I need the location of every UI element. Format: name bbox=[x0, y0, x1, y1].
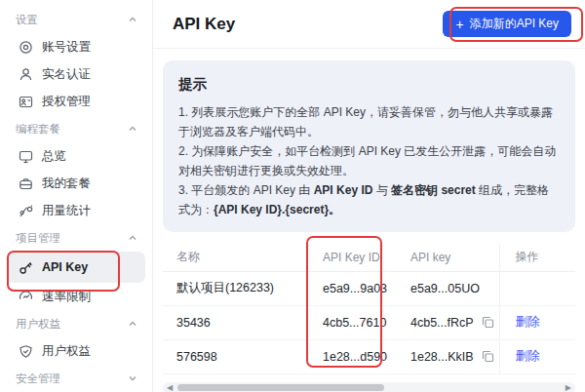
sidebar-item-user-benefits[interactable]: 用户权益 bbox=[0, 337, 152, 365]
horizontal-scrollbar[interactable]: ◀ ▶ bbox=[163, 382, 575, 392]
chevron-down-icon bbox=[128, 373, 137, 383]
tips-line-3: 3. 平台颁发的 API Key 由 API Key ID 与 签名密钥 sec… bbox=[178, 180, 560, 219]
api-key-table: 名称 API Key ID API key 操作 默认项目(126233) e5… bbox=[163, 244, 575, 374]
cell-api-key: 4cb5...fRcP bbox=[397, 305, 499, 339]
scroll-left-arrow-icon[interactable]: ◀ bbox=[167, 384, 173, 392]
page-title: API Key bbox=[173, 15, 235, 34]
content-area: 提示 1. 列表展示您账户下的全部 API Key，请妥善保管，勿与他人共享或暴… bbox=[153, 49, 585, 392]
sidebar-item-label: API Key bbox=[42, 260, 88, 274]
cell-action: 删除 bbox=[499, 305, 575, 339]
cell-name: 默认项目(126233) bbox=[163, 271, 309, 305]
table-row: 35436 4cb5...7610 4cb5...fRcP 删除 bbox=[163, 305, 575, 339]
scroll-right-arrow-icon[interactable]: ▶ bbox=[566, 384, 571, 392]
sidebar-item-label: 速率限制 bbox=[42, 289, 91, 305]
chevron-up-icon bbox=[128, 319, 137, 329]
cell-api-key-id: 1e28...d590 bbox=[309, 339, 397, 373]
table-row: 默认项目(126233) e5a9...9a03 e5a9...05UO bbox=[163, 271, 575, 305]
chevron-up-icon bbox=[128, 124, 137, 134]
main-panel: API Key + 添加新的API Key 提示 1. 列表展示您账户下的全部 … bbox=[153, 0, 585, 392]
add-api-key-button-label: 添加新的API Key bbox=[470, 16, 559, 32]
gauge-icon bbox=[19, 290, 33, 304]
sidebar-item-label: 用户权益 bbox=[42, 343, 91, 360]
usage-stats-icon bbox=[19, 204, 33, 218]
cell-api-key-id: e5a9...9a03 bbox=[309, 271, 397, 305]
sidebar-item-authorization-mgmt[interactable]: 授权管理 bbox=[0, 88, 152, 115]
sidebar-section-user-benefits[interactable]: 用户权益 bbox=[0, 310, 152, 337]
sidebar-item-label: 总览 bbox=[42, 148, 66, 165]
copy-icon[interactable] bbox=[482, 350, 494, 363]
sidebar-item-account-settings[interactable]: 账号设置 bbox=[0, 33, 152, 60]
monitor-icon bbox=[19, 149, 33, 164]
cell-api-key: e5a9...05UO bbox=[397, 271, 499, 305]
sidebar-item-label: 授权管理 bbox=[42, 94, 91, 110]
api-key-console-page: 设置 账号设置 实名认证 授权管理 编程套餐 bbox=[0, 0, 585, 392]
section-label: 用户权益 bbox=[16, 317, 60, 332]
page-header: API Key + 添加新的API Key bbox=[153, 0, 585, 49]
sidebar-section-programming-plan[interactable]: 编程套餐 bbox=[0, 115, 152, 142]
column-header-api-key-id: API Key ID bbox=[309, 244, 397, 271]
column-header-api-key: API key bbox=[397, 244, 499, 271]
tips-line-2: 2. 为保障账户安全，如平台检测到 API Key 已发生公开泄露，可能会自动对… bbox=[178, 141, 560, 180]
sidebar-item-usage-stats[interactable]: 用量统计 bbox=[0, 197, 152, 224]
sidebar-item-label: 用量统计 bbox=[42, 203, 91, 219]
table-header-row: 名称 API Key ID API key 操作 bbox=[163, 244, 575, 271]
plus-icon: + bbox=[455, 18, 463, 31]
copy-icon[interactable] bbox=[482, 316, 494, 329]
sidebar-item-overview[interactable]: 总览 bbox=[0, 142, 152, 170]
tips-panel: 提示 1. 列表展示您账户下的全部 API Key，请妥善保管，勿与他人共享或暴… bbox=[163, 60, 575, 232]
section-label: 设置 bbox=[16, 13, 38, 27]
key-icon bbox=[19, 260, 33, 275]
cell-api-key: 1e28...KkIB bbox=[397, 339, 499, 373]
sidebar-item-label: 账号设置 bbox=[42, 39, 91, 56]
column-header-action: 操作 bbox=[499, 244, 575, 271]
scrollbar-thumb[interactable] bbox=[177, 384, 384, 391]
delete-link[interactable]: 删除 bbox=[516, 315, 540, 329]
cell-name: 576598 bbox=[163, 339, 309, 373]
column-header-name: 名称 bbox=[163, 244, 309, 271]
sidebar-item-my-plan[interactable]: 我的套餐 bbox=[0, 170, 152, 197]
delete-link[interactable]: 删除 bbox=[516, 349, 540, 363]
table-row: 576598 1e28...d590 1e28...KkIB 删除 bbox=[163, 339, 575, 373]
sidebar-section-settings[interactable]: 设置 bbox=[0, 6, 152, 33]
cell-name: 35436 bbox=[163, 305, 309, 339]
sidebar-item-rate-limit[interactable]: 速率限制 bbox=[0, 283, 152, 310]
tips-title: 提示 bbox=[178, 75, 560, 94]
sidebar-item-api-key[interactable]: API Key bbox=[7, 252, 145, 283]
cell-api-key-id: 4cb5...7610 bbox=[309, 305, 397, 339]
section-label: 项目管理 bbox=[16, 231, 60, 246]
idcard-icon bbox=[19, 95, 33, 109]
section-label: 编程套餐 bbox=[16, 122, 60, 137]
chevron-up-icon bbox=[128, 15, 137, 24]
sidebar-section-security-mgmt[interactable]: 安全管理 bbox=[0, 365, 152, 392]
sidebar-item-label: 我的套餐 bbox=[42, 176, 91, 192]
tips-line-1: 1. 列表展示您账户下的全部 API Key，请妥善保管，勿与他人共享或暴露于浏… bbox=[178, 102, 560, 141]
sidebar-section-project-mgmt[interactable]: 项目管理 bbox=[0, 224, 152, 252]
sidebar-item-label: 实名认证 bbox=[42, 66, 91, 83]
cell-action: 删除 bbox=[499, 339, 575, 373]
account-settings-icon bbox=[19, 40, 33, 55]
person-icon bbox=[19, 67, 33, 82]
section-label: 安全管理 bbox=[16, 372, 60, 386]
chevron-up-icon bbox=[128, 233, 137, 243]
package-icon bbox=[19, 176, 33, 191]
add-api-key-button[interactable]: + 添加新的API Key bbox=[443, 11, 571, 37]
sidebar-item-realname-auth[interactable]: 实名认证 bbox=[0, 60, 152, 88]
shield-icon bbox=[19, 344, 33, 359]
sidebar: 设置 账号设置 实名认证 授权管理 编程套餐 bbox=[0, 0, 153, 392]
cell-action bbox=[499, 271, 575, 305]
